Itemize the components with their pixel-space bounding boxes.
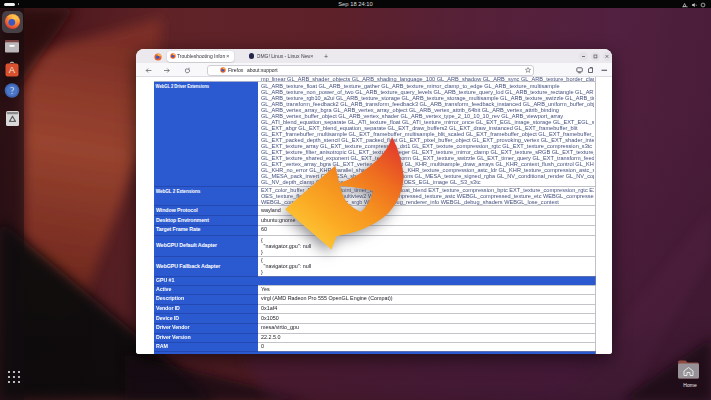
svg-text:?: ? — [10, 86, 14, 96]
svg-text:A: A — [9, 64, 16, 75]
